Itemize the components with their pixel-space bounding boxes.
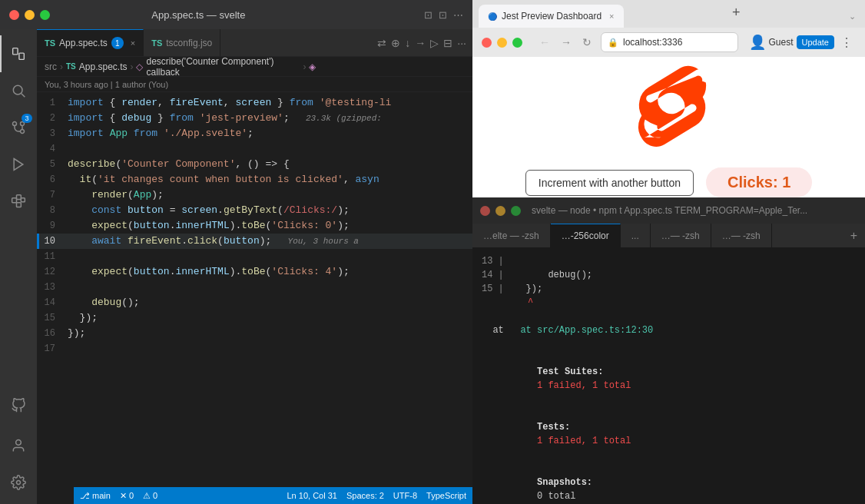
minimize-button[interactable] — [25, 10, 35, 20]
browser-minimize-button[interactable] — [497, 38, 507, 48]
terminal-close-button[interactable] — [480, 206, 490, 216]
layout-icon-1[interactable]: ⊡ — [424, 9, 432, 21]
browser-buttons-row: Increment with another button Clicks: 1 — [525, 167, 813, 197]
increment-another-button[interactable]: Increment with another button — [525, 170, 694, 196]
play-icon[interactable]: ▷ — [430, 37, 439, 49]
breadcrumb: src › TS App.spec.ts › ◇ describe('Count… — [37, 57, 472, 77]
maximize-button[interactable] — [40, 10, 50, 20]
sidebar-item-source-control[interactable]: 3 — [0, 109, 37, 146]
line-content — [68, 249, 472, 264]
status-warnings[interactable]: ⚠ 0 — [143, 491, 157, 501]
browser-extensions: 👤 Guest Update ⋮ — [749, 34, 857, 51]
status-lang[interactable]: TypeScript — [426, 491, 466, 500]
lock-icon: 🔒 — [608, 38, 618, 48]
sidebar-item-run[interactable] — [0, 146, 37, 183]
tab-app-spec[interactable]: TS App.spec.ts 1 × — [37, 29, 144, 56]
close-button[interactable] — [9, 10, 19, 20]
status-errors[interactable]: ✕ 0 — [120, 491, 134, 501]
sidebar-item-git[interactable] — [0, 387, 37, 424]
code-editor[interactable]: 1 import { render, fireEvent, screen } f… — [37, 92, 472, 504]
browser-url-bar[interactable]: 🔒 localhost:3336 — [601, 32, 738, 52]
browser-close-button[interactable] — [482, 38, 492, 48]
active-line-indicator — [37, 234, 39, 249]
terminal-tab-zsh3[interactable]: …— -zsh — [651, 224, 711, 247]
terminal-tab-zsh1[interactable]: …elte — -zsh — [472, 224, 551, 247]
terminal-window-controls — [480, 206, 521, 216]
line-number: 4 — [37, 141, 68, 157]
sidebar-item-explorer[interactable] — [0, 35, 37, 72]
line-number: 13 — [37, 280, 68, 295]
forward-button[interactable]: → — [558, 35, 575, 50]
line-content: import App from './App.svelte'; — [68, 126, 472, 141]
browser-window-controls: ⌄ — [849, 5, 865, 28]
browser-new-tab-button[interactable]: + — [728, 5, 744, 20]
clicks-badge: Clicks: 1 — [706, 167, 812, 197]
terminal-tab-256color[interactable]: …-256color — [551, 224, 621, 247]
tab-tsconfig[interactable]: TS tsconfig.jso — [144, 29, 220, 56]
svg-rect-9 — [17, 203, 22, 207]
back-button[interactable]: ← — [536, 35, 553, 50]
status-git-branch[interactable]: ⎇ main — [80, 491, 111, 501]
svg-point-4 — [13, 122, 17, 126]
terminal-add-tab-button[interactable]: + — [843, 224, 865, 247]
line-number: 12 — [37, 264, 68, 280]
terminal-line-num-2: 14 | — [482, 270, 504, 280]
terminal-tab-label-4: …— -zsh — [722, 230, 761, 241]
browser-window: 🔵 Jest Preview Dashboard × + ⌄ ← — [472, 0, 865, 197]
line-content: const button = screen.getByText(/Clicks:… — [68, 203, 472, 218]
line-number: 5 — [37, 157, 68, 172]
pin-icon[interactable]: ⊕ — [391, 37, 400, 49]
terminal-minimize-button[interactable] — [495, 206, 505, 216]
breadcrumb-sep-3: › — [303, 61, 306, 72]
vscode-title-bar: App.spec.ts — svelte ⊡ ⊡ ⋯ — [0, 0, 472, 29]
line-number: 7 — [37, 187, 68, 203]
terminal-tab-dots[interactable]: ... — [621, 224, 651, 247]
browser-nav-bar: ← → ↻ 🔒 localhost:3336 👤 Guest Update ⋮ — [472, 28, 865, 57]
status-right-items: Ln 10, Col 31 Spaces: 2 UTF-8 TypeScript — [287, 491, 467, 500]
sidebar-item-settings[interactable] — [0, 464, 37, 501]
ts-icon-2: TS — [151, 38, 162, 48]
window-controls — [9, 10, 50, 20]
status-spaces[interactable]: Spaces: 2 — [346, 491, 384, 500]
browser-more-icon[interactable]: ⋮ — [837, 35, 856, 50]
browser-tab-close-icon[interactable]: × — [609, 12, 614, 21]
line-number: 16 — [37, 326, 68, 341]
forward-icon[interactable]: → — [415, 37, 426, 49]
tab-label: App.spec.ts — [59, 38, 108, 48]
table-row: 14 debug(); — [37, 295, 472, 310]
terminal-maximize-button[interactable] — [511, 206, 521, 216]
split-icon[interactable]: ⊟ — [443, 37, 452, 49]
sync-icon[interactable]: ↓ — [405, 37, 410, 49]
chevron-down-icon[interactable]: ⌄ — [849, 12, 856, 22]
sidebar-item-extensions[interactable] — [0, 183, 37, 220]
breadcrumb-sep-2: › — [130, 61, 133, 72]
layout-icon-3[interactable]: ⋯ — [453, 9, 463, 21]
terminal-tab-zsh4[interactable]: …— -zsh — [711, 224, 772, 247]
source-control-action-icon[interactable]: ⇄ — [377, 37, 386, 49]
table-row: 4 — [37, 141, 472, 157]
line-number: 8 — [37, 203, 68, 218]
line-number: 17 — [37, 341, 68, 356]
line-content: render(App); — [68, 187, 472, 203]
more-actions-icon[interactable]: ··· — [457, 37, 466, 49]
line-number: 3 — [37, 126, 68, 141]
error-icon: ✕ 0 — [120, 491, 134, 501]
refresh-button[interactable]: ↻ — [579, 35, 595, 50]
line-number-active: 10 — [37, 234, 68, 249]
activity-bar: 3 — [0, 29, 37, 504]
terminal-result-tests: Tests: 1 failed, 1 total — [482, 406, 856, 462]
table-row: 9 expect(button.innerHTML).toBe('Clicks:… — [37, 218, 472, 234]
sidebar-item-search[interactable] — [0, 72, 37, 109]
line-content: import { render, fireEvent, screen } fro… — [68, 95, 472, 111]
tab-close-icon[interactable]: × — [131, 38, 135, 48]
status-line-col[interactable]: Ln 10, Col 31 — [287, 491, 337, 500]
sidebar-item-account[interactable] — [0, 427, 37, 464]
user-icon[interactable]: 👤 — [749, 34, 766, 51]
browser-maximize-button[interactable] — [512, 38, 522, 48]
terminal-line-num: 13 | — [482, 256, 504, 267]
status-encoding[interactable]: UTF-8 — [393, 491, 417, 500]
browser-tab-jest-preview[interactable]: 🔵 Jest Preview Dashboard × — [479, 5, 624, 28]
update-button[interactable]: Update — [797, 35, 834, 49]
layout-icon-2[interactable]: ⊡ — [439, 9, 447, 21]
terminal-title-bar: svelte — node • npm t App.spec.ts TERM_P… — [472, 197, 865, 224]
